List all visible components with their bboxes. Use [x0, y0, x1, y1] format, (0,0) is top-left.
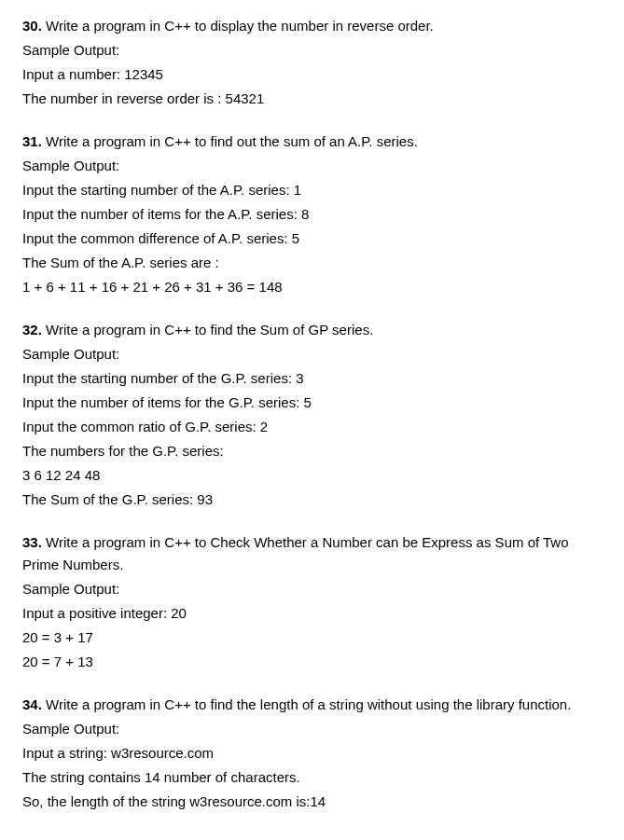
exercise-number: 32.: [22, 322, 42, 337]
exercise-output-line: Sample Output:: [22, 718, 602, 740]
exercise-title: 31. Write a program in C++ to find out t…: [22, 131, 602, 153]
exercises-list: 30. Write a program in C++ to display th…: [22, 15, 602, 813]
exercise-output-line: Input a positive integer: 20: [22, 602, 602, 625]
exercise-output-line: 3 6 12 24 48: [22, 464, 602, 487]
exercise-number: 31.: [22, 133, 42, 149]
exercise-output-line: 20 = 3 + 17: [22, 627, 602, 649]
exercise-1: 30. Write a program in C++ to display th…: [22, 15, 602, 110]
exercise-output-line: So, the length of the string w3resource.…: [22, 791, 602, 813]
exercise-output-line: Sample Output:: [22, 578, 602, 600]
exercise-output-line: Sample Output:: [22, 39, 602, 62]
exercise-output-line: Input the common difference of A.P. seri…: [22, 227, 602, 250]
exercise-output-line: Input a string: w3resource.com: [22, 742, 602, 764]
exercise-5: 34. Write a program in C++ to find the l…: [22, 694, 602, 813]
exercise-number: 34.: [22, 696, 42, 712]
exercise-4: 33. Write a program in C++ to Check Whet…: [22, 531, 602, 673]
exercise-description: Write a program in C++ to find the Sum o…: [42, 322, 373, 337]
exercise-output-line: 20 = 7 + 13: [22, 651, 602, 673]
exercise-output-line: The numbers for the G.P. series:: [22, 440, 602, 462]
exercise-2: 31. Write a program in C++ to find out t…: [22, 131, 602, 298]
exercise-number: 30.: [22, 18, 42, 34]
exercise-output-line: Input the number of items for the G.P. s…: [22, 392, 602, 414]
exercise-output-line: The string contains 14 number of charact…: [22, 766, 602, 789]
exercise-title: 33. Write a program in C++ to Check Whet…: [22, 531, 602, 576]
exercise-description: Write a program in C++ to display the nu…: [42, 18, 434, 34]
exercise-output-line: Sample Output:: [22, 343, 602, 365]
exercise-output-line: Sample Output:: [22, 155, 602, 177]
exercise-description: Write a program in C++ to Check Whether …: [22, 534, 569, 572]
exercise-output-line: Input the starting number of the A.P. se…: [22, 179, 602, 201]
exercise-output-line: Input a number: 12345: [22, 63, 602, 86]
exercise-number: 33.: [22, 534, 42, 550]
exercise-description: Write a program in C++ to find out the s…: [42, 133, 418, 149]
exercise-title: 32. Write a program in C++ to find the S…: [22, 319, 602, 341]
exercise-title: 30. Write a program in C++ to display th…: [22, 15, 602, 37]
exercise-title: 34. Write a program in C++ to find the l…: [22, 694, 602, 716]
exercise-output-line: The number in reverse order is : 54321: [22, 88, 602, 110]
exercise-output-line: 1 + 6 + 11 + 16 + 21 + 26 + 31 + 36 = 14…: [22, 276, 602, 298]
exercise-output-line: Input the starting number of the G.P. se…: [22, 367, 602, 390]
exercise-output-line: The Sum of the G.P. series: 93: [22, 489, 602, 511]
exercise-output-line: Input the number of items for the A.P. s…: [22, 203, 602, 226]
exercise-3: 32. Write a program in C++ to find the S…: [22, 319, 602, 511]
exercise-output-line: The Sum of the A.P. series are :: [22, 252, 602, 274]
exercise-output-line: Input the common ratio of G.P. series: 2: [22, 416, 602, 438]
exercise-description: Write a program in C++ to find the lengt…: [42, 696, 572, 712]
